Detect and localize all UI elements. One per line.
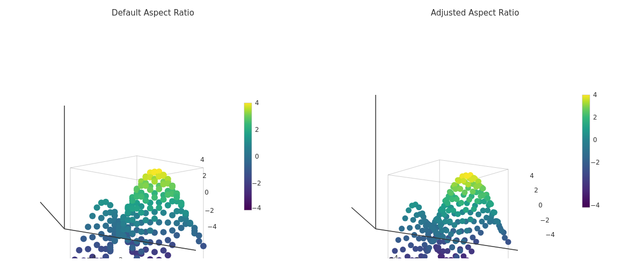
svg-point-253 — [178, 200, 185, 207]
x-adj-tick-0: 0 — [438, 258, 442, 258]
svg-line-269 — [388, 175, 457, 184]
chart-adjusted-svg-container: 4 2 0 −2 −4 −4 −2 0 2 4 −4 −2 0 2 4 — [319, 20, 631, 260]
svg-point-226 — [169, 227, 175, 234]
y-axis-default — [40, 202, 64, 229]
colorbar-tick-0-default: 0 — [255, 153, 259, 160]
svg-point-295 — [407, 225, 413, 230]
svg-point-444 — [450, 207, 456, 213]
y-tick-2-default: 2 — [202, 172, 207, 180]
svg-point-22 — [85, 245, 91, 252]
chart-default: Default Aspect Ratio — [13, 8, 292, 260]
charts-container: Default Aspect Ratio — [0, 0, 644, 268]
y-adj-tick-4: 4 — [530, 172, 534, 180]
svg-point-475 — [462, 189, 467, 195]
svg-point-445 — [448, 231, 454, 237]
svg-point-14 — [76, 247, 83, 253]
svg-point-467 — [458, 199, 464, 205]
svg-point-531 — [499, 227, 504, 233]
svg-point-436 — [447, 218, 453, 224]
svg-point-24 — [89, 212, 96, 219]
svg-point-477 — [457, 248, 463, 254]
svg-point-205 — [160, 229, 167, 235]
chart-adjusted-title: Adjusted Aspect Ratio — [431, 8, 519, 18]
svg-point-460 — [455, 211, 461, 217]
chart-adjusted: Adjusted Aspect Ratio — [319, 8, 631, 260]
y-axis-adjusted — [352, 207, 376, 229]
y-tick-m4-default: −4 — [207, 223, 217, 230]
svg-point-529 — [495, 219, 501, 225]
svg-point-257 — [182, 210, 189, 216]
svg-point-490 — [466, 196, 472, 202]
svg-point-284 — [399, 226, 405, 232]
colorbar-default — [244, 103, 252, 210]
svg-point-31 — [94, 223, 100, 229]
svg-point-496 — [470, 188, 475, 194]
svg-point-233 — [173, 232, 180, 239]
svg-point-20 — [85, 224, 91, 230]
svg-point-202 — [147, 205, 153, 211]
svg-point-37 — [98, 214, 105, 221]
svg-point-209 — [160, 209, 167, 215]
svg-point-351 — [435, 244, 441, 250]
chart-default-svg-container: 4 2 0 −2 −4 −4 −2 0 2 4 −4 −2 0 2 4 — [13, 20, 292, 260]
svg-point-291 — [404, 235, 409, 241]
svg-point-510 — [485, 207, 491, 213]
svg-point-240 — [169, 183, 175, 190]
svg-point-266 — [200, 243, 207, 249]
y-tick-4-default: 4 — [200, 156, 204, 163]
chart-default-svg: 4 2 0 −2 −4 −4 −2 0 2 4 −4 −2 0 2 4 — [13, 20, 292, 258]
svg-point-451 — [454, 196, 460, 202]
svg-point-491 — [464, 227, 470, 233]
svg-point-248 — [173, 193, 180, 200]
svg-point-430 — [460, 253, 466, 258]
chart-adjusted-svg: 4 2 0 −2 −4 −4 −2 0 2 4 −4 −2 0 2 4 — [319, 20, 631, 258]
svg-line-267 — [440, 160, 508, 169]
svg-point-230 — [160, 196, 167, 203]
svg-point-287 — [402, 215, 408, 221]
svg-point-485 — [478, 229, 484, 235]
colorbar-adj-tick-4: 4 — [593, 91, 597, 99]
svg-point-389 — [431, 237, 437, 243]
svg-point-459 — [457, 185, 463, 191]
svg-point-503 — [471, 206, 477, 212]
svg-point-201 — [160, 247, 167, 254]
svg-point-160 — [147, 256, 153, 258]
svg-point-186 — [138, 248, 144, 255]
colorbar-adj-tick-m2: −2 — [590, 159, 600, 166]
y-tick-0-default: 0 — [204, 189, 209, 196]
svg-point-303 — [416, 204, 422, 210]
svg-point-429 — [443, 227, 449, 233]
svg-point-18 — [80, 257, 87, 258]
scatter-dots-adjusted — [385, 172, 511, 258]
svg-point-264 — [196, 232, 202, 239]
colorbar-tick-4-default: 4 — [255, 99, 259, 107]
svg-point-466 — [460, 177, 466, 183]
colorbar-adj-tick-2: 2 — [593, 114, 597, 121]
svg-point-419 — [444, 200, 450, 206]
svg-point-296 — [405, 254, 411, 258]
svg-point-177 — [138, 209, 144, 215]
svg-point-476 — [459, 218, 465, 224]
svg-point-310 — [415, 224, 421, 229]
svg-point-527 — [492, 209, 497, 215]
svg-point-483 — [463, 206, 469, 212]
y-adj-tick-m4: −4 — [545, 231, 555, 239]
svg-point-210 — [165, 252, 171, 258]
svg-point-80 — [107, 244, 113, 250]
svg-line-0 — [137, 155, 203, 167]
svg-point-404 — [438, 222, 444, 228]
svg-point-47 — [107, 202, 113, 208]
y-adj-tick-0: 0 — [538, 202, 543, 209]
svg-point-373 — [426, 244, 432, 250]
svg-point-12 — [71, 256, 78, 258]
colorbar-adj-tick-0: 0 — [593, 136, 597, 144]
svg-point-497 — [467, 216, 473, 222]
colorbar-tick-m4-default: −4 — [252, 204, 261, 212]
svg-point-383 — [444, 248, 450, 254]
svg-point-300 — [408, 242, 414, 248]
x-tick-m4-default: −4 — [86, 254, 96, 258]
svg-point-67 — [103, 254, 109, 258]
svg-point-482 — [465, 181, 471, 187]
svg-point-533 — [506, 239, 511, 244]
svg-point-412 — [441, 211, 447, 217]
